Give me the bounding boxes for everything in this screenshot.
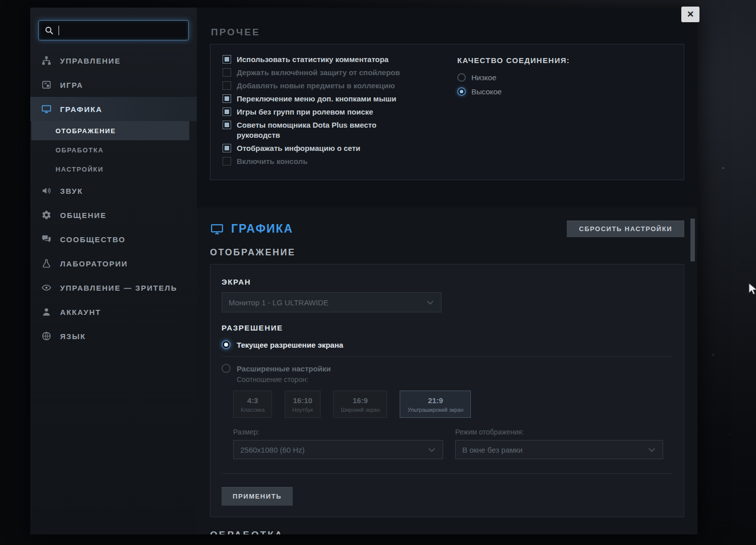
sidebar-item-controls[interactable]: УПРАВЛЕНИЕ: [30, 48, 197, 73]
checkbox-row-commentator-stats[interactable]: Использовать статистику комментатора: [223, 54, 457, 65]
speaker-icon: [41, 186, 51, 196]
graphics-section: ГРАФИКА СБРОСИТЬ НАСТРОЙКИ ОТОБРАЖЕНИЕ Э…: [197, 207, 697, 534]
radio-label: Высокое: [471, 87, 502, 96]
sidebar-item-graphics[interactable]: ГРАФИКА: [30, 97, 197, 121]
misc-options-panel: Использовать статистику комментатора Дер…: [210, 44, 684, 180]
graphics-header: ГРАФИКА СБРОСИТЬ НАСТРОЙКИ: [210, 221, 684, 237]
graphics-title-wrap: ГРАФИКА: [210, 222, 293, 236]
sidebar-item-community[interactable]: СООБЩЕСТВО: [30, 227, 197, 251]
checkbox[interactable]: [223, 68, 231, 77]
checkbox[interactable]: [223, 157, 231, 166]
divider: [222, 356, 673, 357]
resolution-label: РАЗРЕШЕНИЕ: [222, 323, 673, 332]
aspect-ratio-value: 4:3: [241, 396, 264, 405]
sidebar-item-language[interactable]: ЯЗЫК: [30, 324, 197, 348]
radio-label: Расширенные настройки: [237, 364, 331, 373]
sidebar-item-labs[interactable]: ЛАБОРАТОРИИ: [30, 251, 197, 276]
checkbox[interactable]: [223, 144, 231, 152]
radio-button[interactable]: [222, 364, 231, 373]
checkbox-label: Держать включённой защиту от спойлеров: [237, 68, 400, 78]
checkbox-label: Отображать информацию о сети: [237, 143, 360, 153]
display-mode-select[interactable]: В окне без рамки: [455, 440, 663, 459]
checkbox[interactable]: [223, 81, 231, 90]
checkbox-row-menu-mouse-buttons[interactable]: Переключение меню доп. кнопками мыши: [223, 94, 457, 104]
aspect-ratio-name: Ноутбук: [292, 407, 313, 413]
reset-settings-button[interactable]: СБРОСИТЬ НАСТРОЙКИ: [567, 221, 684, 237]
chevron-down-icon: [426, 298, 435, 307]
checkbox[interactable]: [223, 107, 231, 116]
monitor-icon: [41, 104, 51, 115]
sidebar-item-label: ЯЗЫК: [60, 332, 86, 341]
gear-icon: [41, 210, 51, 221]
sidebar-subitem-display[interactable]: ОТОБРАЖЕНИЕ: [31, 121, 189, 140]
sidebar-item-label: ЗВУК: [60, 187, 83, 195]
checkbox-row-spoiler-protection[interactable]: Держать включённой защиту от спойлеров: [223, 68, 457, 78]
misc-checkbox-column: Использовать статистику комментатора Дер…: [223, 54, 457, 170]
sidebar-item-communication[interactable]: ОБЩЕНИЕ: [30, 203, 197, 227]
sidebar-subitem-label: ОТОБРАЖЕНИЕ: [56, 127, 116, 135]
aspect-ratio-value: 16:9: [341, 396, 380, 405]
aspect-button-21-9[interactable]: 21:9 Ультраширокий экран: [400, 391, 471, 418]
checkbox[interactable]: [223, 121, 231, 129]
sitemap-icon: [41, 56, 51, 66]
dropdown-labels-row: Размер: Режим отображения:: [233, 428, 673, 436]
checkbox-label: Переключение меню доп. кнопками мыши: [237, 94, 396, 104]
checkbox-row-network-info[interactable]: Отображать информацию о сети: [223, 143, 457, 153]
radio-row-advanced-settings[interactable]: Расширенные настройки: [222, 364, 673, 373]
dropdowns-row: 2560x1080 (60 Hz) В окне без рамки: [233, 440, 673, 459]
sidebar-subitem-settings[interactable]: НАСТРОЙКИ: [30, 159, 197, 179]
checkbox-label: Добавлять новые предметы в коллекцию: [237, 81, 395, 91]
game-icon: [41, 80, 51, 90]
radio-button[interactable]: [457, 73, 466, 82]
aspect-button-4-3[interactable]: 4:3 Классика: [233, 391, 272, 418]
radio-row-high[interactable]: Высокое: [457, 87, 570, 96]
apply-button[interactable]: ПРИМЕНИТЬ: [222, 487, 293, 506]
aspect-ratio-label: Соотношение сторон:: [237, 375, 673, 384]
checkbox-row-solo-role-queue[interactable]: Игры без групп при ролевом поиске: [223, 107, 457, 117]
connection-quality-group: КАЧЕСТВО СОЕДИНЕНИЯ: Низкое Высокое: [457, 54, 570, 170]
monitor-select-value: Монитор 1 - LG ULTRAWIDE: [229, 298, 329, 307]
size-select[interactable]: 2560x1080 (60 Hz): [233, 440, 443, 459]
sidebar-item-label: АККАУНТ: [60, 308, 101, 316]
aspect-ratio-name: Широкий экран: [341, 407, 380, 413]
radio-button[interactable]: [457, 87, 466, 96]
close-button[interactable]: ✕: [681, 7, 699, 22]
checkbox-label: Игры без групп при ролевом поиске: [237, 107, 373, 117]
monitor-select[interactable]: Монитор 1 - LG ULTRAWIDE: [222, 292, 442, 312]
radio-button[interactable]: [222, 340, 231, 349]
chevron-down-icon: [647, 446, 656, 454]
sidebar-item-account[interactable]: АККАУНТ: [30, 300, 197, 324]
sidebar-item-label: ГРАФИКА: [60, 105, 102, 114]
screen-label: ЭКРАН: [222, 278, 673, 286]
chevron-down-icon: [427, 446, 436, 454]
search-input[interactable]: [64, 26, 183, 35]
flask-icon: [41, 258, 51, 269]
radio-row-current-resolution[interactable]: Текущее разрешение экрана: [222, 340, 673, 349]
globe-icon: [41, 331, 51, 342]
sidebar-item-label: СООБЩЕСТВО: [60, 235, 126, 244]
sidebar-item-spectator[interactable]: УПРАВЛЕНИЕ — ЗРИТЕЛЬ: [30, 276, 197, 300]
divider: [222, 473, 673, 474]
checkbox[interactable]: [223, 94, 231, 103]
graphics-section-title: ГРАФИКА: [231, 222, 293, 236]
aspect-ratio-value: 21:9: [407, 396, 463, 405]
checkbox-row-enable-console[interactable]: Включить консоль: [223, 156, 457, 167]
sidebar-item-sound[interactable]: ЗВУК: [30, 179, 197, 203]
checkbox[interactable]: [223, 55, 231, 64]
search-icon: [44, 26, 54, 35]
settings-content: ПРОЧЕЕ Использовать статистику комментат…: [197, 8, 697, 534]
sidebar-item-game[interactable]: ИГРА: [30, 73, 197, 97]
aspect-button-16-9[interactable]: 16:9 Широкий экран: [333, 391, 387, 418]
sidebar-subitem-processing[interactable]: ОБРАБОТКА: [30, 140, 197, 159]
misc-section-title: ПРОЧЕЕ: [211, 27, 697, 38]
scrollbar-thumb[interactable]: [690, 219, 695, 261]
aspect-button-16-10[interactable]: 16:10 Ноутбук: [285, 391, 320, 418]
checkbox-row-dota-plus-tips[interactable]: Советы помощника Dota Plus вместо руково…: [223, 120, 457, 140]
processing-section-title: ОБРАБОТКА: [210, 529, 684, 534]
checkbox-row-new-items-collection[interactable]: Добавлять новые предметы в коллекцию: [223, 81, 457, 91]
aspect-ratio-name: Классика: [241, 407, 264, 413]
search-box[interactable]: [38, 20, 189, 40]
display-mode-select-value: В окне без рамки: [462, 446, 522, 454]
checkbox-label: Включить консоль: [237, 156, 307, 167]
radio-row-low[interactable]: Низкое: [457, 73, 570, 82]
